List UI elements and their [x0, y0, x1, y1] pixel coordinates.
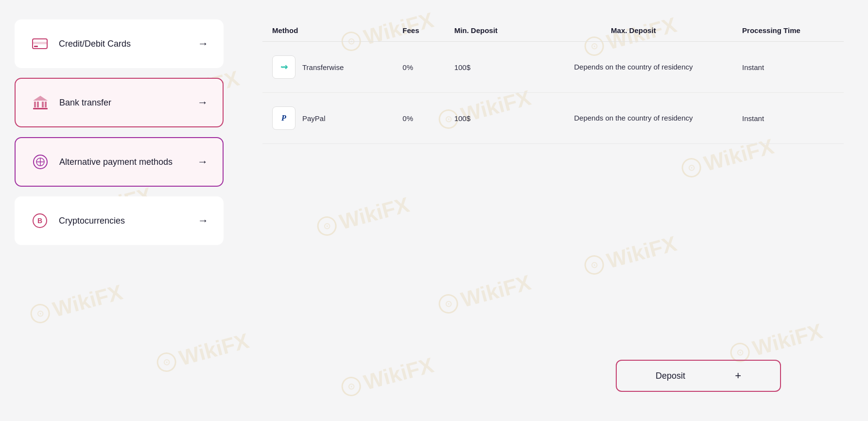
svg-rect-1	[33, 42, 47, 44]
bank-transfer-arrow: →	[197, 96, 208, 109]
table-header-row: Method Fees Min. Deposit Max. Deposit Pr…	[262, 19, 844, 42]
svg-text:B: B	[37, 217, 42, 225]
svg-rect-5	[42, 102, 44, 107]
crypto-icon: B	[30, 210, 50, 231]
paypal-logo: P	[272, 106, 295, 130]
paypal-max-deposit: Depends on the country of residency	[535, 93, 732, 144]
svg-rect-6	[45, 102, 47, 107]
payment-card-crypto[interactable]: B Cryptocurrencies →	[15, 196, 224, 245]
bank-icon	[30, 92, 51, 113]
paypal-min-deposit: 100$	[445, 93, 535, 144]
method-cell-transferwise: ⇝ Transferwise	[262, 42, 393, 93]
transferwise-min-deposit: 100$	[445, 42, 535, 93]
transferwise-logo: ⇝	[272, 55, 295, 79]
right-panel: Method Fees Min. Deposit Max. Deposit Pr…	[238, 0, 868, 421]
table-row: ⇝ Transferwise 0% 100$ Depends on the co…	[262, 42, 844, 93]
alternative-label: Alternative payment methods	[59, 157, 173, 167]
transferwise-max-deposit: Depends on the country of residency	[535, 42, 732, 93]
left-panel: Credit/Debit Cards → Bank transfer	[0, 0, 238, 421]
card-left: B Cryptocurrencies	[30, 210, 125, 231]
paypal-name: PayPal	[302, 114, 326, 123]
card-left: Bank transfer	[30, 92, 111, 113]
bank-transfer-label: Bank transfer	[59, 98, 111, 108]
alt-payment-icon	[30, 152, 51, 172]
credit-card-icon	[30, 34, 50, 54]
svg-rect-3	[34, 102, 36, 107]
transferwise-processing-time: Instant	[732, 42, 844, 93]
svg-rect-7	[33, 108, 48, 109]
svg-rect-2	[34, 46, 38, 47]
payment-table: Method Fees Min. Deposit Max. Deposit Pr…	[262, 19, 844, 144]
crypto-label: Cryptocurrencies	[59, 216, 125, 226]
alternative-arrow: →	[197, 156, 208, 168]
card-left: Credit/Debit Cards	[30, 34, 131, 54]
svg-marker-8	[33, 96, 48, 101]
method-cell-paypal: P PayPal	[262, 93, 393, 144]
table-row: P PayPal 0% 100$ Depends on the country …	[262, 93, 844, 144]
deposit-button[interactable]: Deposit +	[616, 360, 781, 392]
deposit-btn-container: Deposit +	[553, 360, 844, 392]
col-processing-time: Processing Time	[732, 19, 844, 42]
payment-card-credit-debit[interactable]: Credit/Debit Cards →	[15, 19, 224, 68]
paypal-processing-time: Instant	[732, 93, 844, 144]
col-min-deposit: Min. Deposit	[445, 19, 535, 42]
col-method: Method	[262, 19, 393, 42]
credit-debit-label: Credit/Debit Cards	[59, 39, 131, 49]
plus-icon: +	[735, 369, 741, 382]
card-left: Alternative payment methods	[30, 152, 173, 172]
paypal-fees: 0%	[393, 93, 444, 144]
credit-debit-arrow: →	[198, 37, 208, 50]
payment-card-bank-transfer[interactable]: Bank transfer →	[15, 78, 224, 127]
col-max-deposit: Max. Deposit	[535, 19, 732, 42]
deposit-label: Deposit	[656, 371, 685, 381]
transferwise-fees: 0%	[393, 42, 444, 93]
transferwise-name: Transferwise	[302, 63, 344, 71]
col-fees: Fees	[393, 19, 444, 42]
svg-rect-4	[37, 102, 39, 107]
payment-card-alternative[interactable]: Alternative payment methods →	[15, 137, 224, 187]
crypto-arrow: →	[198, 214, 208, 227]
